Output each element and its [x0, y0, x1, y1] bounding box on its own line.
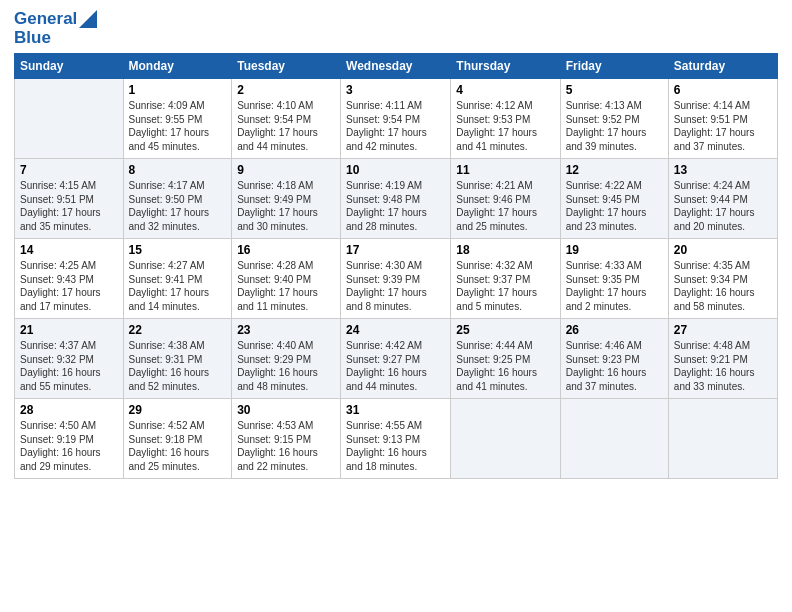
weekday-header-row: SundayMondayTuesdayWednesdayThursdayFrid…: [15, 54, 778, 79]
day-number: 9: [237, 163, 335, 177]
svg-marker-0: [79, 10, 97, 28]
calendar-week-row: 1Sunrise: 4:09 AM Sunset: 9:55 PM Daylig…: [15, 79, 778, 159]
day-info: Sunrise: 4:30 AM Sunset: 9:39 PM Dayligh…: [346, 259, 445, 313]
day-info: Sunrise: 4:12 AM Sunset: 9:53 PM Dayligh…: [456, 99, 554, 153]
day-number: 25: [456, 323, 554, 337]
weekday-header-friday: Friday: [560, 54, 668, 79]
day-number: 18: [456, 243, 554, 257]
calendar-day-cell: 8Sunrise: 4:17 AM Sunset: 9:50 PM Daylig…: [123, 159, 232, 239]
day-info: Sunrise: 4:09 AM Sunset: 9:55 PM Dayligh…: [129, 99, 227, 153]
day-number: 1: [129, 83, 227, 97]
calendar-day-cell: 23Sunrise: 4:40 AM Sunset: 9:29 PM Dayli…: [232, 319, 341, 399]
header: General Blue: [14, 10, 778, 47]
day-info: Sunrise: 4:50 AM Sunset: 9:19 PM Dayligh…: [20, 419, 118, 473]
day-number: 26: [566, 323, 663, 337]
day-number: 28: [20, 403, 118, 417]
calendar-day-cell: 2Sunrise: 4:10 AM Sunset: 9:54 PM Daylig…: [232, 79, 341, 159]
day-info: Sunrise: 4:28 AM Sunset: 9:40 PM Dayligh…: [237, 259, 335, 313]
calendar-day-cell: 10Sunrise: 4:19 AM Sunset: 9:48 PM Dayli…: [341, 159, 451, 239]
calendar-day-cell: 24Sunrise: 4:42 AM Sunset: 9:27 PM Dayli…: [341, 319, 451, 399]
day-number: 7: [20, 163, 118, 177]
day-info: Sunrise: 4:21 AM Sunset: 9:46 PM Dayligh…: [456, 179, 554, 233]
day-number: 8: [129, 163, 227, 177]
calendar-day-cell: 29Sunrise: 4:52 AM Sunset: 9:18 PM Dayli…: [123, 399, 232, 479]
calendar-day-cell: 3Sunrise: 4:11 AM Sunset: 9:54 PM Daylig…: [341, 79, 451, 159]
logo: General Blue: [14, 10, 97, 47]
day-info: Sunrise: 4:46 AM Sunset: 9:23 PM Dayligh…: [566, 339, 663, 393]
day-number: 13: [674, 163, 772, 177]
calendar-day-cell: 12Sunrise: 4:22 AM Sunset: 9:45 PM Dayli…: [560, 159, 668, 239]
day-number: 24: [346, 323, 445, 337]
day-info: Sunrise: 4:10 AM Sunset: 9:54 PM Dayligh…: [237, 99, 335, 153]
day-number: 12: [566, 163, 663, 177]
logo-blue: Blue: [14, 29, 97, 48]
calendar-day-cell: 20Sunrise: 4:35 AM Sunset: 9:34 PM Dayli…: [668, 239, 777, 319]
day-number: 4: [456, 83, 554, 97]
calendar-day-cell: 5Sunrise: 4:13 AM Sunset: 9:52 PM Daylig…: [560, 79, 668, 159]
day-number: 19: [566, 243, 663, 257]
day-info: Sunrise: 4:17 AM Sunset: 9:50 PM Dayligh…: [129, 179, 227, 233]
day-info: Sunrise: 4:55 AM Sunset: 9:13 PM Dayligh…: [346, 419, 445, 473]
day-number: 27: [674, 323, 772, 337]
calendar-day-cell: 26Sunrise: 4:46 AM Sunset: 9:23 PM Dayli…: [560, 319, 668, 399]
page-container: General Blue SundayMondayTuesdayWednesda…: [0, 0, 792, 489]
calendar-day-cell: 9Sunrise: 4:18 AM Sunset: 9:49 PM Daylig…: [232, 159, 341, 239]
day-number: 10: [346, 163, 445, 177]
calendar-day-cell: [560, 399, 668, 479]
calendar-day-cell: 31Sunrise: 4:55 AM Sunset: 9:13 PM Dayli…: [341, 399, 451, 479]
day-info: Sunrise: 4:25 AM Sunset: 9:43 PM Dayligh…: [20, 259, 118, 313]
day-number: 29: [129, 403, 227, 417]
day-info: Sunrise: 4:48 AM Sunset: 9:21 PM Dayligh…: [674, 339, 772, 393]
day-info: Sunrise: 4:44 AM Sunset: 9:25 PM Dayligh…: [456, 339, 554, 393]
day-number: 11: [456, 163, 554, 177]
calendar-table: SundayMondayTuesdayWednesdayThursdayFrid…: [14, 53, 778, 479]
day-number: 5: [566, 83, 663, 97]
calendar-day-cell: [451, 399, 560, 479]
weekday-header-wednesday: Wednesday: [341, 54, 451, 79]
day-info: Sunrise: 4:37 AM Sunset: 9:32 PM Dayligh…: [20, 339, 118, 393]
calendar-day-cell: 27Sunrise: 4:48 AM Sunset: 9:21 PM Dayli…: [668, 319, 777, 399]
day-info: Sunrise: 4:19 AM Sunset: 9:48 PM Dayligh…: [346, 179, 445, 233]
calendar-day-cell: 14Sunrise: 4:25 AM Sunset: 9:43 PM Dayli…: [15, 239, 124, 319]
calendar-day-cell: 28Sunrise: 4:50 AM Sunset: 9:19 PM Dayli…: [15, 399, 124, 479]
day-info: Sunrise: 4:42 AM Sunset: 9:27 PM Dayligh…: [346, 339, 445, 393]
day-info: Sunrise: 4:22 AM Sunset: 9:45 PM Dayligh…: [566, 179, 663, 233]
day-number: 16: [237, 243, 335, 257]
calendar-day-cell: 16Sunrise: 4:28 AM Sunset: 9:40 PM Dayli…: [232, 239, 341, 319]
calendar-day-cell: 13Sunrise: 4:24 AM Sunset: 9:44 PM Dayli…: [668, 159, 777, 239]
calendar-day-cell: 15Sunrise: 4:27 AM Sunset: 9:41 PM Dayli…: [123, 239, 232, 319]
logo-triangle-icon: [79, 10, 97, 28]
day-number: 2: [237, 83, 335, 97]
day-info: Sunrise: 4:35 AM Sunset: 9:34 PM Dayligh…: [674, 259, 772, 313]
day-number: 30: [237, 403, 335, 417]
calendar-day-cell: 25Sunrise: 4:44 AM Sunset: 9:25 PM Dayli…: [451, 319, 560, 399]
day-number: 3: [346, 83, 445, 97]
day-number: 31: [346, 403, 445, 417]
calendar-week-row: 7Sunrise: 4:15 AM Sunset: 9:51 PM Daylig…: [15, 159, 778, 239]
calendar-day-cell: 4Sunrise: 4:12 AM Sunset: 9:53 PM Daylig…: [451, 79, 560, 159]
calendar-week-row: 14Sunrise: 4:25 AM Sunset: 9:43 PM Dayli…: [15, 239, 778, 319]
calendar-week-row: 28Sunrise: 4:50 AM Sunset: 9:19 PM Dayli…: [15, 399, 778, 479]
calendar-day-cell: 30Sunrise: 4:53 AM Sunset: 9:15 PM Dayli…: [232, 399, 341, 479]
day-info: Sunrise: 4:11 AM Sunset: 9:54 PM Dayligh…: [346, 99, 445, 153]
day-number: 6: [674, 83, 772, 97]
calendar-day-cell: [15, 79, 124, 159]
logo-text: General Blue: [14, 10, 97, 47]
calendar-week-row: 21Sunrise: 4:37 AM Sunset: 9:32 PM Dayli…: [15, 319, 778, 399]
day-number: 22: [129, 323, 227, 337]
day-info: Sunrise: 4:38 AM Sunset: 9:31 PM Dayligh…: [129, 339, 227, 393]
day-info: Sunrise: 4:18 AM Sunset: 9:49 PM Dayligh…: [237, 179, 335, 233]
day-info: Sunrise: 4:24 AM Sunset: 9:44 PM Dayligh…: [674, 179, 772, 233]
day-number: 23: [237, 323, 335, 337]
day-info: Sunrise: 4:52 AM Sunset: 9:18 PM Dayligh…: [129, 419, 227, 473]
calendar-day-cell: 7Sunrise: 4:15 AM Sunset: 9:51 PM Daylig…: [15, 159, 124, 239]
day-info: Sunrise: 4:40 AM Sunset: 9:29 PM Dayligh…: [237, 339, 335, 393]
day-info: Sunrise: 4:53 AM Sunset: 9:15 PM Dayligh…: [237, 419, 335, 473]
calendar-day-cell: 6Sunrise: 4:14 AM Sunset: 9:51 PM Daylig…: [668, 79, 777, 159]
weekday-header-saturday: Saturday: [668, 54, 777, 79]
calendar-day-cell: 11Sunrise: 4:21 AM Sunset: 9:46 PM Dayli…: [451, 159, 560, 239]
day-info: Sunrise: 4:15 AM Sunset: 9:51 PM Dayligh…: [20, 179, 118, 233]
calendar-day-cell: 19Sunrise: 4:33 AM Sunset: 9:35 PM Dayli…: [560, 239, 668, 319]
calendar-day-cell: 1Sunrise: 4:09 AM Sunset: 9:55 PM Daylig…: [123, 79, 232, 159]
day-info: Sunrise: 4:33 AM Sunset: 9:35 PM Dayligh…: [566, 259, 663, 313]
